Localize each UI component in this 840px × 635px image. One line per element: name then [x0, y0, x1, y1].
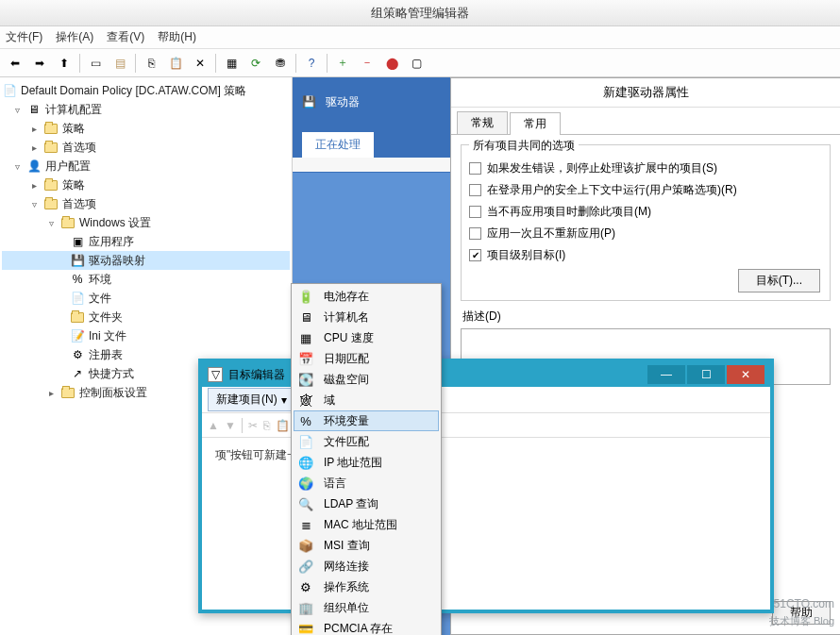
tree-computer-config[interactable]: ▿ 🖥 计算机配置 [2, 100, 290, 119]
expander-icon[interactable]: ▸ [28, 123, 40, 134]
context-menu-icon: 🏢 [297, 599, 314, 616]
export-button[interactable]: ⛃ [269, 52, 292, 75]
separator [215, 54, 216, 73]
checkbox-icon[interactable] [469, 227, 481, 240]
copy-button[interactable]: ⎘ [263, 419, 270, 432]
registry-icon: ⚙ [70, 347, 85, 362]
checkbox-icon[interactable] [469, 184, 481, 196]
properties-button[interactable]: ▦ [220, 52, 243, 75]
tree-drive-maps[interactable]: 💾 驱动器映射 [2, 251, 290, 270]
expander-icon[interactable]: ▿ [11, 160, 23, 172]
expander-icon[interactable]: ▿ [45, 217, 57, 228]
context-menu-item[interactable]: 💳PCMCIA 存在 [294, 618, 439, 635]
menu-action[interactable]: 操作(A) [56, 29, 93, 45]
tree-preferences[interactable]: ▸ 首选项 [2, 138, 290, 157]
context-menu-item[interactable]: 🌐IP 地址范围 [294, 452, 439, 473]
minimize-button[interactable]: — [647, 365, 685, 384]
add-button[interactable]: ＋ [331, 52, 354, 75]
tree-root[interactable]: 📄 Default Domain Policy [DC.ATAW.COM] 策略 [2, 81, 290, 100]
context-menu-item[interactable]: 💽磁盘空间 [294, 369, 439, 390]
paste-button[interactable]: 📋 [164, 52, 187, 75]
help-button[interactable]: 帮助 [772, 601, 831, 625]
tree-applications[interactable]: ▣ 应用程序 [2, 232, 290, 251]
target-toolbar-primary: 新建项目(N) ▾ [202, 387, 770, 413]
help-button[interactable]: ? [300, 52, 323, 75]
close-button[interactable]: ✕ [727, 365, 764, 384]
new-item-dropdown[interactable]: 新建项目(N) ▾ [208, 388, 295, 411]
context-menu-item[interactable]: 📄文件匹配 [294, 431, 439, 452]
target-button[interactable]: 目标(T)... [738, 269, 820, 292]
context-menu-icon: 🔗 [297, 558, 314, 575]
tree-user-config[interactable]: ▿ 👤 用户配置 [2, 157, 290, 175]
menu-help[interactable]: 帮助(H) [158, 29, 196, 45]
context-menu-icon: 🌐 [297, 454, 314, 471]
context-menu-item[interactable]: 📅日期匹配 [294, 348, 439, 369]
context-menu-item[interactable]: 🖥计算机名 [294, 307, 439, 327]
paste-button[interactable]: 📋 [276, 419, 290, 432]
description-label: 描述(D) [462, 309, 840, 325]
context-menu-item[interactable]: 🔗网络连接 [294, 556, 439, 577]
refresh-button[interactable]: ⟳ [244, 52, 267, 75]
chevron-down-icon: ▾ [281, 393, 287, 407]
tree-preferences-user[interactable]: ▿ 首选项 [2, 194, 290, 213]
context-menu-label: IP 地址范围 [324, 455, 431, 471]
checkbox-icon[interactable] [469, 162, 481, 175]
context-menu-item[interactable]: 🔍LDAP 查询 [294, 493, 439, 514]
context-menu-item[interactable]: 🕸域 [294, 390, 439, 410]
back-button[interactable]: ⬅ [4, 52, 26, 75]
target-editor-titlebar[interactable]: ▽ 目标编辑器 — ☐ ✕ [202, 362, 770, 387]
menu-view[interactable]: 查看(V) [107, 29, 144, 45]
copy-button[interactable]: ⎘ [140, 52, 162, 75]
checkbox-icon[interactable]: ✔ [469, 249, 481, 261]
tab-general[interactable]: 常规 [457, 111, 508, 134]
stop-button[interactable]: ⬤ [380, 52, 403, 75]
context-menu-icon: 📄 [297, 433, 314, 450]
context-menu-item[interactable]: ▦CPU 速度 [294, 327, 439, 348]
tree-ini-files[interactable]: 📝 Ini 文件 [2, 326, 290, 345]
tab-common[interactable]: 常用 [510, 112, 561, 135]
processing-tab[interactable]: 正在处理 [302, 132, 374, 158]
list-button[interactable]: ▤ [109, 52, 131, 75]
context-menu-item[interactable]: ⚙操作系统 [294, 577, 439, 597]
forward-button[interactable]: ➡ [28, 52, 51, 75]
remove-button[interactable]: － [356, 52, 378, 75]
expander-icon[interactable]: ▿ [11, 104, 23, 115]
chk-user-context-row[interactable]: 在登录用户的安全上下文中运行(用户策略选项)(R) [469, 182, 822, 198]
context-menu-item[interactable]: 🏢组织单位 [294, 597, 439, 618]
context-menu-item[interactable]: ≣MAC 地址范围 [294, 514, 439, 535]
up-button[interactable]: ⬆ [53, 52, 76, 75]
computer-icon: 🖥 [26, 102, 42, 117]
move-up-button[interactable]: ▲ [208, 419, 219, 432]
checkbox-icon[interactable] [469, 206, 481, 218]
expander-icon[interactable]: ▿ [28, 198, 40, 209]
tree-folders[interactable]: 文件夹 [2, 308, 290, 326]
context-menu-item[interactable]: 📦MSI 查询 [294, 535, 439, 556]
context-menu-item[interactable]: 🌍语言 [294, 473, 439, 493]
tree-policy[interactable]: ▸ 策略 [2, 119, 290, 138]
tree-windows-settings[interactable]: ▿ Windows 设置 [2, 213, 290, 232]
tree-policy-user[interactable]: ▸ 策略 [2, 175, 290, 194]
context-menu-label: 计算机名 [324, 309, 431, 326]
context-menu-label: MAC 地址范围 [324, 517, 431, 533]
config-button[interactable]: ▢ [405, 52, 428, 75]
tree-environment[interactable]: % 环境 [2, 270, 290, 289]
expander-icon[interactable]: ▸ [28, 179, 40, 191]
context-menu-item[interactable]: %环境变量 [294, 410, 439, 431]
move-down-button[interactable]: ▼ [225, 419, 236, 432]
menu-file[interactable]: 文件(F) [6, 29, 42, 45]
chk-stop-on-error-row[interactable]: 如果发生错误，则停止处理该扩展中的项目(S) [469, 160, 822, 176]
context-menu-item[interactable]: 🔋电池存在 [294, 286, 439, 307]
cut-button[interactable]: ✂ [248, 419, 258, 432]
maximize-button[interactable]: ☐ [687, 365, 725, 384]
folder-icon [60, 385, 76, 400]
target-editor-title: 目标编辑器 [228, 367, 285, 383]
show-hide-button[interactable]: ▭ [84, 52, 107, 75]
context-menu-label: 网络连接 [324, 559, 431, 575]
chk-remove-unused-row[interactable]: 当不再应用项目时删除此项目(M) [469, 204, 822, 220]
expander-icon[interactable]: ▸ [28, 142, 40, 153]
delete-button[interactable]: ✕ [189, 52, 211, 75]
expander-icon[interactable]: ▸ [45, 387, 57, 398]
tree-files[interactable]: 📄 文件 [2, 289, 290, 308]
chk-item-level-target-row[interactable]: ✔ 项目级别目标(I) [469, 247, 822, 263]
chk-apply-once-row[interactable]: 应用一次且不重新应用(P) [469, 226, 822, 242]
